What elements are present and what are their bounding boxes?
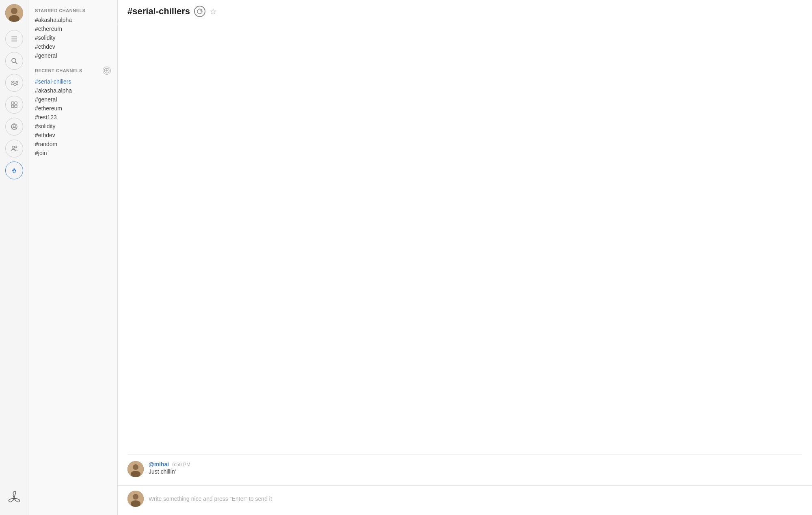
- svg-point-28: [131, 500, 140, 507]
- chat-icon[interactable]: [5, 162, 23, 179]
- recent-channels-title: RECENT CHANNELS: [35, 68, 82, 73]
- message-item: @mihai 6:50 PM Just chillin': [127, 454, 802, 477]
- channel-solidity[interactable]: #solidity: [28, 122, 117, 131]
- main-content: #serial-chillers ☆ @mihai 6:5: [118, 0, 812, 515]
- starred-channels-header: STARRED CHANNELS: [28, 8, 117, 15]
- svg-point-1: [11, 8, 17, 14]
- svg-point-17: [13, 168, 15, 170]
- feed-icon[interactable]: [5, 30, 23, 48]
- channel-ethdev-starred[interactable]: #ethdev: [28, 42, 117, 51]
- icon-bar: [0, 0, 28, 515]
- people-icon[interactable]: [5, 140, 23, 157]
- recent-channels-list: #serial-chillers #akasha.alpha #general …: [28, 77, 117, 157]
- message-avatar: [127, 461, 144, 477]
- svg-rect-10: [11, 105, 14, 108]
- message-text: Just chillin': [149, 468, 802, 475]
- channel-header: #serial-chillers ☆: [118, 0, 812, 23]
- channel-akasha-alpha[interactable]: #akasha.alpha: [28, 86, 117, 95]
- sidebar: STARRED CHANNELS #akasha.alpha #ethereum…: [28, 0, 118, 515]
- svg-rect-8: [11, 102, 14, 104]
- search-icon[interactable]: [5, 52, 23, 70]
- starred-channels-title: STARRED CHANNELS: [35, 8, 86, 13]
- message-author: @mihai: [149, 461, 169, 468]
- channel-refresh-icon[interactable]: [194, 6, 205, 17]
- svg-rect-5: [11, 41, 17, 41]
- svg-line-7: [15, 62, 17, 64]
- channel-general-starred[interactable]: #general: [28, 51, 117, 60]
- svg-rect-3: [11, 37, 17, 37]
- triskelion-icon[interactable]: [7, 491, 22, 507]
- messages-area: @mihai 6:50 PM Just chillin': [118, 23, 812, 485]
- channel-join[interactable]: #join: [28, 149, 117, 157]
- input-area: [118, 485, 812, 515]
- waves-icon[interactable]: [5, 74, 23, 92]
- message-meta: @mihai 6:50 PM: [149, 461, 802, 468]
- recent-channels-header: RECENT CHANNELS: [28, 67, 117, 77]
- svg-point-14: [12, 146, 15, 149]
- user-avatar[interactable]: [5, 4, 23, 22]
- channel-serial-chillers[interactable]: #serial-chillers: [28, 77, 117, 86]
- channel-ethdev[interactable]: #ethdev: [28, 131, 117, 140]
- channel-general[interactable]: #general: [28, 95, 117, 104]
- message-time: 6:50 PM: [172, 462, 190, 468]
- channel-random[interactable]: #random: [28, 140, 117, 149]
- channel-akasha-alpha-starred[interactable]: #akasha.alpha: [28, 15, 117, 24]
- message-input[interactable]: [149, 496, 802, 502]
- channel-solidity-starred[interactable]: #solidity: [28, 33, 117, 42]
- add-channel-button[interactable]: [103, 67, 111, 75]
- svg-point-16: [12, 170, 14, 171]
- svg-point-25: [131, 471, 140, 477]
- svg-rect-4: [11, 39, 17, 39]
- svg-point-24: [133, 464, 138, 470]
- message-content: @mihai 6:50 PM Just chillin': [149, 461, 802, 475]
- svg-point-27: [133, 494, 138, 500]
- svg-rect-11: [15, 105, 17, 108]
- svg-point-18: [15, 170, 16, 171]
- svg-point-13: [13, 125, 15, 127]
- channel-test123[interactable]: #test123: [28, 113, 117, 122]
- channel-title: #serial-chillers: [127, 6, 190, 17]
- input-user-avatar: [127, 491, 144, 507]
- starred-channels-list: #akasha.alpha #ethereum #solidity #ethde…: [28, 15, 117, 60]
- svg-point-15: [15, 146, 17, 148]
- channel-ethereum[interactable]: #ethereum: [28, 104, 117, 113]
- star-icon[interactable]: ☆: [209, 6, 217, 16]
- channel-ethereum-starred[interactable]: #ethereum: [28, 24, 117, 33]
- svg-rect-9: [15, 102, 17, 104]
- recent-channels-section: RECENT CHANNELS #serial-chillers #akasha…: [28, 67, 117, 157]
- group-icon[interactable]: [5, 118, 23, 136]
- grid-icon[interactable]: [5, 96, 23, 114]
- starred-channels-section: STARRED CHANNELS #akasha.alpha #ethereum…: [28, 8, 117, 60]
